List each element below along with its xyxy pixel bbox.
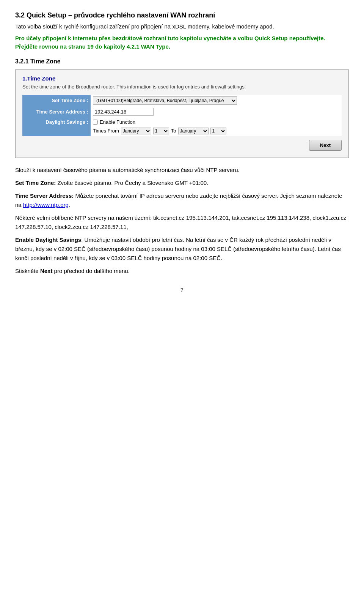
body-enable-daylight: Enable Daylight Savings: Umožňuje nastav… bbox=[15, 235, 349, 263]
final-text-bold: Next bbox=[40, 268, 53, 274]
body-time-server: Time Server Address: Můžete ponechat tov… bbox=[15, 191, 349, 210]
ntp-link[interactable]: http://www.ntp.org bbox=[23, 202, 69, 208]
daylight-savings-label: Daylight Savings : bbox=[22, 117, 91, 136]
set-time-zone-row: Set Time Zone : (GMT+01:00)Belgrade, Bra… bbox=[22, 95, 342, 106]
time-server-row: Time Server Address : bbox=[22, 106, 342, 117]
section-heading: 3.2.1 Time Zone bbox=[15, 58, 349, 65]
body-final: Stiskněte Next pro přechod do dalšího me… bbox=[15, 267, 349, 276]
time-zone-ui-box: 1.Time Zone Set the time zone of the Bro… bbox=[15, 69, 349, 158]
to-label: To bbox=[171, 128, 176, 134]
next-button-row: Next bbox=[22, 140, 342, 151]
from-day-select[interactable]: 1234567891011121314151617181920212223242… bbox=[153, 128, 169, 134]
set-time-zone-desc-label: Set Time Zone: bbox=[15, 180, 56, 186]
to-month-select[interactable]: JanuaryFebruaryMarchAprilMayJuneJulyAugu… bbox=[178, 128, 209, 134]
intro-paragraph: Tato volba slouží k rychlé konfiguraci z… bbox=[15, 22, 349, 31]
ui-box-title: 1.Time Zone bbox=[22, 75, 342, 82]
enable-function-checkbox[interactable] bbox=[93, 120, 98, 125]
page-title: 3.2 Quick Setup – průvodce rychlého nast… bbox=[15, 11, 349, 19]
to-day-select[interactable]: 1234567891011121314151617181920212223242… bbox=[210, 128, 226, 134]
body-set-time-zone: Set Time Zone: Zvolte časové pásmo. Pro … bbox=[15, 178, 349, 188]
time-server-value-cell bbox=[91, 106, 342, 117]
times-from-label: Times From bbox=[93, 128, 119, 134]
ui-box-description: Set the time zone of the Broadband route… bbox=[22, 84, 342, 90]
enable-function-label: Enable Function bbox=[100, 119, 135, 125]
from-month-select[interactable]: JanuaryFebruaryMarchAprilMayJuneJulyAugu… bbox=[121, 128, 151, 134]
daylight-savings-value-cell: Enable Function Times From JanuaryFebrua… bbox=[91, 117, 342, 136]
set-time-zone-desc-value: Zvolte časové pásmo. Pro Čechy a Slovens… bbox=[57, 180, 208, 186]
time-server-input[interactable] bbox=[93, 108, 154, 116]
time-server-desc-label: Time Server Address: bbox=[15, 192, 74, 199]
settings-table: Set Time Zone : (GMT+01:00)Belgrade, Bra… bbox=[22, 95, 342, 136]
time-server-label: Time Server Address : bbox=[22, 106, 91, 117]
final-text-post: pro přechod do dalšího menu. bbox=[52, 268, 129, 274]
daylight-savings-row: Daylight Savings : Enable Function Times… bbox=[22, 117, 342, 136]
ntp-link-after: . bbox=[69, 202, 70, 208]
enable-function-line: Enable Function bbox=[93, 119, 339, 125]
timezone-select[interactable]: (GMT+01:00)Belgrade, Bratislava, Budapes… bbox=[93, 96, 237, 105]
set-time-zone-value-cell: (GMT+01:00)Belgrade, Bratislava, Budapes… bbox=[91, 95, 342, 106]
next-button[interactable]: Next bbox=[309, 140, 342, 151]
times-from-line: Times From JanuaryFebruaryMarchAprilMayJ… bbox=[93, 128, 339, 134]
enable-daylight-label: Enable Daylight Savings bbox=[15, 237, 81, 243]
daylight-inner: Enable Function Times From JanuaryFebrua… bbox=[93, 119, 339, 134]
page-number: 7 bbox=[15, 287, 349, 293]
green-intro-paragraph: Pro účely připojení k Internetu přes bez… bbox=[15, 34, 349, 51]
set-time-zone-label: Set Time Zone : bbox=[22, 95, 91, 106]
body-para1: Slouží k nastavení časového pásma a auto… bbox=[15, 166, 349, 175]
final-text-pre: Stiskněte bbox=[15, 268, 40, 274]
body-ntp-servers: Některé velmi oblíbené NTP servery na na… bbox=[15, 213, 349, 232]
